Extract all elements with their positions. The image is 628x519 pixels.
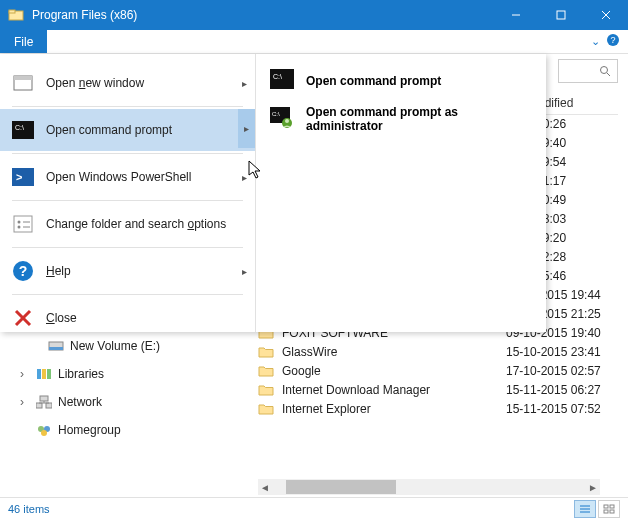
menu-label: Open command prompt [46, 123, 172, 137]
scroll-left-icon[interactable]: ◄ [258, 482, 272, 493]
folder-icon [8, 7, 24, 23]
chevron-right-icon: ▸ [242, 266, 247, 277]
powershell-icon: > [12, 166, 34, 188]
ribbon-expand-icon[interactable]: ⌄ [591, 35, 600, 48]
menu-label: Open new window [46, 76, 144, 90]
submenu-label: Open command prompt [306, 74, 441, 88]
file-menu: Open new window ▸ C:\ Open command promp… [0, 54, 546, 332]
file-name: Internet Download Manager [282, 383, 506, 397]
file-date: 15-11-2015 06:27 [506, 383, 618, 397]
submenu-label: Open command prompt as administrator [306, 105, 532, 133]
nav-tree: New Volume (E:) › Libraries › Network › … [10, 336, 220, 440]
svg-text:C:\: C:\ [272, 111, 280, 117]
file-name: GlassWire [282, 345, 506, 359]
menu-label: Help [46, 264, 71, 278]
file-row[interactable]: Internet Download Manager15-11-2015 06:2… [258, 380, 618, 399]
menu-label: Close [46, 311, 77, 325]
svg-rect-3 [557, 11, 565, 19]
svg-rect-16 [36, 403, 42, 408]
window-icon [12, 72, 34, 94]
tree-item-network[interactable]: › Network [10, 392, 220, 412]
svg-line-9 [607, 73, 610, 76]
menu-label: Open Windows PowerShell [46, 170, 191, 184]
menu-open-new-window[interactable]: Open new window ▸ [0, 62, 255, 104]
file-row[interactable]: Google17-10-2015 02:57 [258, 361, 618, 380]
item-count: 46 items [8, 503, 50, 515]
tree-item-libraries[interactable]: › Libraries [10, 364, 220, 384]
help-icon[interactable]: ? [606, 33, 620, 51]
libraries-icon [36, 367, 52, 381]
homegroup-icon [36, 423, 52, 437]
icons-view-button[interactable] [598, 500, 620, 518]
folder-icon [258, 364, 274, 378]
help-icon: ? [12, 260, 34, 282]
maximize-button[interactable] [538, 0, 583, 30]
svg-point-22 [41, 430, 47, 436]
file-date: 15-11-2015 07:52 [506, 402, 618, 416]
chevron-right-icon: ▸ [242, 78, 247, 89]
folder-icon [258, 383, 274, 397]
tree-item-new-volume[interactable]: New Volume (E:) [10, 336, 220, 356]
file-menu-submenu: C:\ Open command prompt C:\ Open command… [256, 54, 546, 332]
file-name: Google [282, 364, 506, 378]
svg-text:?: ? [610, 35, 615, 45]
column-header-modified[interactable]: odified [538, 92, 618, 115]
file-date: 17-10-2015 02:57 [506, 364, 618, 378]
svg-rect-49 [604, 510, 608, 513]
svg-text:?: ? [19, 263, 28, 279]
network-icon [36, 395, 52, 409]
svg-rect-48 [610, 505, 614, 508]
file-tab[interactable]: File [0, 30, 47, 53]
menu-open-command-prompt[interactable]: C:\ Open command prompt ▸ [0, 109, 255, 151]
file-menu-primary: Open new window ▸ C:\ Open command promp… [0, 54, 256, 332]
tree-label: Homegroup [58, 423, 121, 437]
svg-rect-17 [46, 403, 52, 408]
svg-text:C:\: C:\ [273, 73, 282, 80]
svg-rect-12 [37, 369, 41, 379]
svg-text:>: > [16, 171, 22, 183]
chevron-right-icon: ▸ [242, 172, 247, 183]
submenu-open-cmd-admin[interactable]: C:\ Open command prompt as administrator [260, 100, 542, 138]
menu-folder-options[interactable]: Change folder and search options [0, 203, 255, 245]
search-input[interactable] [558, 59, 618, 83]
title-bar: Program Files (x86) [0, 0, 628, 30]
svg-rect-24 [14, 76, 32, 80]
svg-rect-47 [604, 505, 608, 508]
cmd-icon: C:\ [270, 69, 294, 93]
chevron-right-icon[interactable]: › [20, 395, 30, 409]
tree-label: Libraries [58, 367, 104, 381]
tree-item-homegroup[interactable]: › Homegroup [10, 420, 220, 440]
minimize-button[interactable] [493, 0, 538, 30]
svg-point-8 [601, 67, 608, 74]
ribbon: File ⌄ ? [0, 30, 628, 54]
close-window-button[interactable] [583, 0, 628, 30]
file-row[interactable]: GlassWire15-10-2015 23:41 [258, 342, 618, 361]
menu-close[interactable]: Close [0, 297, 255, 339]
menu-label: Change folder and search options [46, 217, 226, 231]
search-icon [599, 65, 611, 77]
svg-text:C:\: C:\ [15, 124, 24, 131]
file-name: Internet Explorer [282, 402, 506, 416]
svg-rect-13 [42, 369, 46, 379]
folder-icon [258, 402, 274, 416]
window-title: Program Files (x86) [32, 8, 493, 22]
menu-help[interactable]: ? Help ▸ [0, 250, 255, 292]
svg-rect-14 [47, 369, 51, 379]
tree-label: Network [58, 395, 102, 409]
menu-open-powershell[interactable]: > Open Windows PowerShell ▸ [0, 156, 255, 198]
cmd-admin-icon: C:\ [270, 107, 294, 131]
options-icon [12, 213, 34, 235]
chevron-right-icon[interactable]: › [20, 367, 30, 381]
scroll-right-icon[interactable]: ► [586, 482, 600, 493]
svg-point-30 [18, 221, 21, 224]
svg-rect-1 [9, 10, 15, 13]
file-date: 15-10-2015 23:41 [506, 345, 618, 359]
file-row[interactable]: Internet Explorer15-11-2015 07:52 [258, 399, 618, 418]
svg-rect-11 [49, 347, 63, 350]
svg-rect-29 [14, 216, 32, 232]
horizontal-scrollbar[interactable]: ◄ ► [258, 479, 600, 495]
details-view-button[interactable] [574, 500, 596, 518]
submenu-open-cmd[interactable]: C:\ Open command prompt [260, 62, 542, 100]
scrollbar-thumb[interactable] [286, 480, 396, 494]
chevron-right-icon: ▸ [238, 109, 255, 148]
